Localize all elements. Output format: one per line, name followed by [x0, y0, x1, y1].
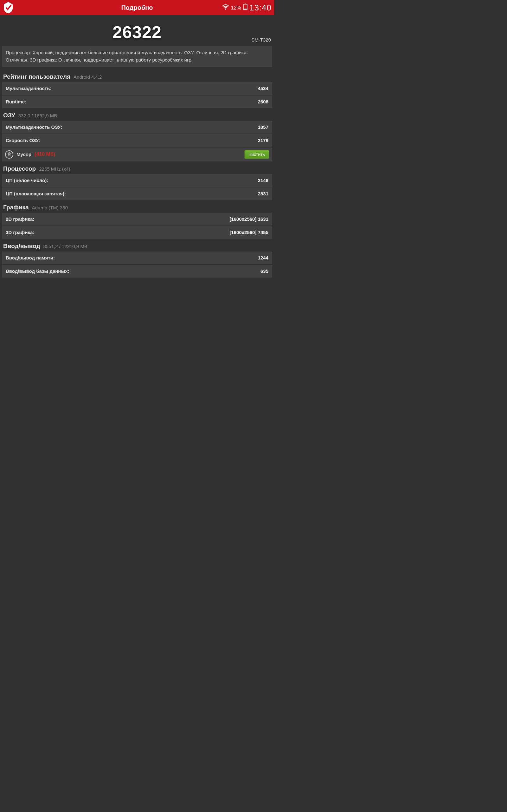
row-value: 4534 — [258, 86, 268, 91]
row-value: 2179 — [258, 138, 268, 143]
row-cleaner: Мусор (410 Мб) Чистить — [2, 148, 272, 161]
row-value: 2831 — [258, 191, 268, 196]
trash-icon — [5, 150, 13, 159]
battery-icon — [243, 3, 247, 12]
cleaner-label: Мусор — [16, 152, 32, 157]
section-title: Рейтинг пользователя — [3, 73, 70, 80]
svg-rect-2 — [245, 3, 246, 4]
row-label: 2D графика: — [6, 216, 34, 222]
row-cpu-int: ЦП (целое число): 2148 — [2, 174, 272, 187]
cleaner-size: (410 Мб) — [35, 152, 55, 157]
section-title: Ввод/вывод — [3, 243, 40, 250]
score-area: 26322 SM-T320 — [0, 15, 274, 44]
section-subtitle: 2265 MHz (x4) — [39, 166, 70, 171]
section-header-cpu: Процессор 2265 MHz (x4) — [0, 162, 274, 174]
benchmark-score: 26322 — [0, 22, 274, 42]
row-io-db: Ввод/вывод базы данных: 635 — [2, 265, 272, 277]
row-label: Скорость ОЗУ: — [6, 138, 40, 143]
row-io-memory: Ввод/вывод памяти: 1244 — [2, 252, 272, 264]
section-title: ОЗУ — [3, 112, 15, 119]
row-label: Runtime: — [6, 99, 26, 104]
section-title: Графика — [3, 204, 29, 211]
clean-button[interactable]: Чистить — [244, 150, 269, 159]
row-cpu-float: ЦП (плавающая запятая): 2831 — [2, 188, 272, 200]
section-header-io: Ввод/вывод 8551,2 / 12310,9 MB — [0, 240, 274, 252]
row-value: 2148 — [258, 177, 268, 183]
row-2d-graphics: 2D графика: [1600x2560] 1631 — [2, 213, 272, 225]
row-value: [1600x2560] 1631 — [229, 216, 268, 222]
clock: 13:40 — [249, 3, 272, 13]
row-value: [1600x2560] 7455 — [229, 230, 268, 235]
row-3d-graphics: 3D графика: [1600x2560] 7455 — [2, 226, 272, 239]
section-title: Процессор — [3, 165, 36, 172]
wifi-icon — [222, 3, 229, 12]
battery-percent: 12% — [231, 5, 241, 10]
section-header-gfx: Графика Adreno (TM) 330 — [0, 201, 274, 213]
row-runtime: Runtime: 2608 — [2, 96, 272, 108]
row-label: ЦП (целое число): — [6, 177, 48, 183]
row-value: 635 — [261, 268, 268, 274]
section-subtitle: 8551,2 / 12310,9 MB — [43, 244, 88, 249]
row-label: ЦП (плавающая запятая): — [6, 191, 66, 196]
row-value: 1057 — [258, 124, 268, 130]
section-subtitle: Android 4.4.2 — [73, 74, 102, 80]
section-subtitle: 332,0 / 1862,9 MB — [18, 113, 57, 118]
row-label: Мультизадачность ОЗУ: — [6, 124, 62, 130]
row-ram-speed: Скорость ОЗУ: 2179 — [2, 134, 272, 147]
svg-point-0 — [225, 8, 226, 9]
row-ram-multitask: Мультизадачность ОЗУ: 1057 — [2, 121, 272, 134]
status-bar: Подробно 12% 13:40 — [0, 0, 274, 15]
row-value: 1244 — [258, 255, 268, 260]
section-subtitle: Adreno (TM) 330 — [32, 205, 68, 210]
summary-box: Процессор: Хороший, поддерживает большие… — [2, 46, 272, 67]
row-label: Ввод/вывод базы данных: — [6, 268, 69, 274]
row-label: 3D графика: — [6, 230, 34, 235]
row-label: Ввод/вывод памяти: — [6, 255, 55, 260]
row-value: 2608 — [258, 99, 268, 104]
row-multitask: Мультизадачность: 4534 — [2, 82, 272, 95]
device-model: SM-T320 — [251, 37, 271, 43]
row-label: Мультизадачность: — [6, 86, 51, 91]
svg-rect-3 — [244, 9, 246, 9]
page-title: Подробно — [121, 4, 153, 11]
status-tray: 12% 13:40 — [222, 3, 272, 13]
app-logo-icon — [3, 1, 14, 14]
section-header-ram: ОЗУ 332,0 / 1862,9 MB — [0, 109, 274, 121]
section-header-user-rating: Рейтинг пользователя Android 4.4.2 — [0, 70, 274, 82]
